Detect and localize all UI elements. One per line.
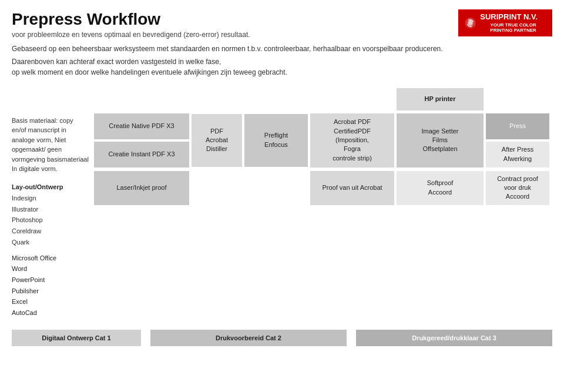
spacer-col4 <box>244 88 308 110</box>
spacer-col3 <box>192 88 242 110</box>
logo-name: SURIPRINT N.V. <box>480 13 546 21</box>
col7-boxes: Press After Press Afwerking <box>486 113 549 167</box>
cat1-box: Digitaal Ontwerp Cat 1 <box>12 330 141 346</box>
preflight-box: Preflight Enfocus <box>244 114 308 167</box>
spacer-col5 <box>310 88 394 110</box>
proof-spacer-col3 <box>192 171 242 205</box>
svg-point-1 <box>468 21 472 25</box>
workflow-diagram: HP printer Basis materiaal: copy en/of m… <box>12 88 552 346</box>
left-description-col: Basis materiaal: copy en/of manuscript i… <box>12 113 94 321</box>
workflow-main-row: Creatie Native PDF X3 Creatie Instant PD… <box>94 113 552 167</box>
cat2-box: Drukvoorbereid Cat 2 <box>150 330 347 346</box>
logo-text-block: SURIPRINT N.V. YOUR TRUE COLOR PRINTING … <box>480 13 546 33</box>
press-box: Press <box>486 113 549 139</box>
acrobat-pdf-box: Acrobat PDF CertifiedPDF (Imposition, Fo… <box>310 113 394 167</box>
softproof-box: Softproof Accoord <box>397 171 484 205</box>
creatie-instant-box: Creatie Instant PDF X3 <box>94 142 189 167</box>
logo-box: SURIPRINT N.V. YOUR TRUE COLOR PRINTING … <box>458 9 552 36</box>
image-setter-box: Image Setter Films Offsetplaten <box>397 113 484 167</box>
spacer-col2 <box>94 88 189 110</box>
apps-list: IndesignIllustratorPhotoshopCoreldrawQua… <box>12 193 89 247</box>
proof-row: Laser/Inkjet proof Proof van uit Acrobat… <box>94 171 552 205</box>
intro-line-2: Daarenboven kan achteraf exact worden va… <box>12 56 552 78</box>
intro-line-1: Gebaseerd op een beheersbaar werksysteem… <box>12 43 552 54</box>
title-block: Prepress Workflow voor probleemloze en t… <box>12 9 458 39</box>
pdf-acrobat-box: PDF Acrobat Distiller <box>192 114 242 167</box>
main-rows: Basis materiaal: copy en/of manuscript i… <box>12 113 552 321</box>
contract-proof-box: Contract proof voor druk Accoord <box>486 171 549 205</box>
laser-inkjet-box: Laser/Inkjet proof <box>94 171 189 205</box>
basis-text: Basis materiaal: copy en/of manuscript i… <box>12 116 89 174</box>
workflow-cols: Creatie Native PDF X3 Creatie Instant PD… <box>94 113 552 321</box>
logo-tagline: YOUR TRUE COLOR PRINTING PARTNER <box>480 22 546 33</box>
logo-icon <box>464 14 476 32</box>
layout-label: Lay-out/Ontwerp <box>12 182 89 192</box>
subtitle: voor probleemloze en tevens optimaal en … <box>12 31 458 39</box>
after-press-box: After Press Afwerking <box>486 142 549 167</box>
main-title: Prepress Workflow <box>12 9 458 29</box>
proof-spacer-col4 <box>244 171 308 205</box>
creatie-native-box: Creatie Native PDF X3 <box>94 113 189 139</box>
wf-row-top: HP printer <box>94 88 552 110</box>
header-area: Prepress Workflow voor probleemloze en t… <box>12 9 552 39</box>
cat-spacer2 <box>349 330 354 346</box>
spacer-col7 <box>486 88 549 110</box>
cat3-box: Drukgereed/drukklaar Cat 3 <box>356 330 552 346</box>
category-row: Digitaal Ontwerp Cat 1 Drukvoorbereid Ca… <box>12 330 552 346</box>
cat-spacer <box>143 330 148 346</box>
logo-area: SURIPRINT N.V. YOUR TRUE COLOR PRINTING … <box>458 9 552 36</box>
ms-apps-list: Microsoft OfficeWordPowerPointPubilsherE… <box>12 253 89 319</box>
proof-uit-acrobat-box: Proof van uit Acrobat <box>310 171 394 205</box>
hp-printer-box: HP printer <box>397 88 484 110</box>
col2-boxes: Creatie Native PDF X3 Creatie Instant PD… <box>94 113 189 167</box>
